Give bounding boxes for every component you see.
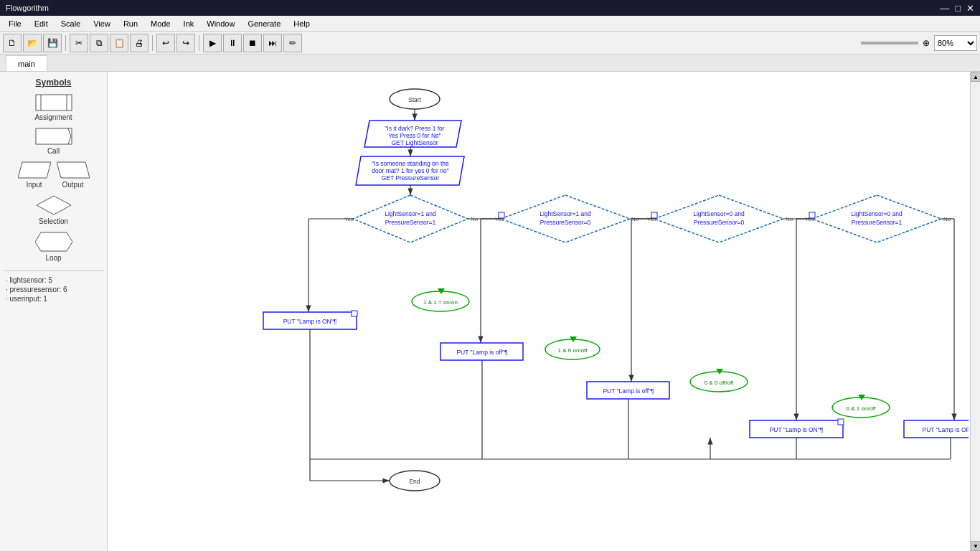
input2-text1: "Is someone standing on the: [372, 160, 449, 167]
start-label: Start: [408, 96, 422, 103]
symbol-loop[interactable]: Loop: [3, 231, 104, 262]
menu-window[interactable]: Window: [201, 18, 240, 29]
input-output-row: Input Output: [3, 161, 104, 189]
menu-bar: File Edit Scale View Run Mode Ink Window…: [0, 16, 980, 32]
dec4-text1: LightSensor=0 and: [851, 210, 903, 217]
input1-text3: GET LightSensor: [391, 139, 438, 146]
svg-rect-13: [651, 212, 657, 218]
save-button[interactable]: 💾: [43, 34, 62, 52]
loop-shape: [35, 231, 72, 253]
symbol-call[interactable]: Call: [3, 127, 104, 155]
tab-main[interactable]: main: [6, 55, 47, 71]
new-button[interactable]: 🗋: [3, 34, 22, 52]
step-button[interactable]: ⏭: [263, 34, 282, 52]
selection-shape: [35, 194, 72, 216]
input2-text3: GET PressureSensor: [382, 174, 440, 182]
menu-ink[interactable]: Ink: [178, 18, 200, 29]
loop-label: Loop: [45, 254, 61, 262]
output1-text: PUT "Lamp is ON"¶: [283, 318, 337, 325]
zoom-slider[interactable]: [861, 42, 918, 44]
variables-panel: · lightsensor: 5 · pressuresensor: 6 · u…: [3, 270, 104, 303]
scroll-track: [971, 82, 980, 541]
main-layout: Symbols Assignment Call Inpu: [0, 72, 980, 551]
assignment-shape: [35, 93, 72, 112]
symbol-input[interactable]: Input: [18, 161, 51, 189]
zoom-select[interactable]: 80% 50% 60% 70% 90% 100%: [934, 35, 977, 51]
stop-button[interactable]: ⏹: [243, 34, 262, 52]
selection-label: Selection: [39, 217, 68, 225]
input-label: Input: [26, 181, 42, 189]
menu-file[interactable]: File: [3, 18, 27, 29]
var-userinput: · userinput: 1: [3, 294, 104, 303]
canvas-area[interactable]: Start "Is it dark? Press 1 for Yes Press…: [108, 72, 970, 551]
ellipse4-text: 0 & 1 on/off: [847, 405, 877, 412]
svg-rect-14: [809, 212, 815, 218]
input1-text2: Yes Press 0 for No": [388, 132, 441, 139]
highlight-button[interactable]: ✏: [283, 34, 302, 52]
right-scrollbar[interactable]: ▲ ▼: [970, 72, 980, 551]
menu-help[interactable]: Help: [288, 18, 316, 29]
output-shape: [57, 161, 90, 179]
maximize-button[interactable]: □: [955, 3, 961, 14]
output5-text: PUT "Lamp is OFF"¶: [923, 426, 969, 433]
scroll-down-btn[interactable]: ▼: [971, 541, 980, 551]
sep3: [199, 35, 199, 51]
toolbar: 🗋 📂 💾 ✂ ⧉ 📋 🖨 ↩ ↪ ▶ ⏸ ⏹ ⏭ ✏ ⊕ 80% 50% 60…: [0, 32, 980, 55]
svg-marker-4: [18, 162, 51, 178]
dec3-text2: PressureSensor=0: [694, 219, 745, 226]
zoom-icon: ⊕: [923, 38, 930, 48]
sep1: [65, 35, 66, 51]
menu-generate[interactable]: Generate: [242, 18, 286, 29]
output3-text: PUT "Lamp is off"¶: [603, 387, 654, 395]
pause-button[interactable]: ⏸: [223, 34, 242, 52]
minimize-button[interactable]: —: [940, 3, 949, 14]
title-text: Flowgorithm: [6, 4, 49, 12]
symbol-assignment[interactable]: Assignment: [3, 93, 104, 121]
play-button[interactable]: ▶: [203, 34, 222, 52]
svg-marker-5: [57, 162, 90, 178]
ellipse1-text: 1 & 1 = on/on: [423, 299, 458, 306]
call-label: Call: [47, 147, 60, 155]
input-shape: [18, 161, 51, 179]
menu-view[interactable]: View: [88, 18, 116, 29]
cut-button[interactable]: ✂: [70, 34, 88, 52]
menu-mode[interactable]: Mode: [145, 18, 176, 29]
scroll-up-btn[interactable]: ▲: [971, 72, 980, 82]
assignment-label: Assignment: [34, 113, 72, 121]
menu-edit[interactable]: Edit: [29, 18, 54, 29]
svg-rect-11: [352, 311, 357, 316]
print-button[interactable]: 🖨: [130, 34, 149, 52]
menu-scale[interactable]: Scale: [55, 18, 87, 29]
symbol-output[interactable]: Output: [57, 161, 90, 189]
redo-button[interactable]: ↪: [176, 34, 195, 52]
var-lightsensor: · lightsensor: 5: [3, 276, 104, 285]
open-button[interactable]: 📂: [23, 34, 42, 52]
sep2: [152, 35, 153, 51]
dec1-text2: PressureSensor=1: [385, 219, 436, 226]
flowchart: Start "Is it dark? Press 1 for Yes Press…: [108, 72, 969, 545]
svg-marker-6: [37, 196, 71, 215]
svg-rect-15: [838, 419, 844, 425]
svg-marker-7: [35, 232, 72, 251]
sidebar: Symbols Assignment Call Inpu: [0, 72, 108, 551]
dec3-text1: LightSensor=0 and: [693, 210, 745, 217]
undo-button[interactable]: ↩: [156, 34, 175, 52]
output2-text: PUT "Lamp is off"¶: [456, 349, 508, 356]
input1-text1: "Is it dark? Press 1 for: [385, 125, 444, 132]
dec4-text2: PressureSensor=1: [852, 219, 903, 226]
call-shape: [35, 127, 72, 146]
output-label: Output: [62, 181, 83, 189]
copy-button[interactable]: ⧉: [90, 34, 108, 52]
output4-text: PUT "Lamp is ON"¶: [770, 426, 824, 433]
paste-button[interactable]: 📋: [110, 34, 128, 52]
svg-rect-3: [36, 128, 72, 144]
title-bar: Flowgorithm — □ ✕: [0, 0, 980, 16]
svg-rect-12: [499, 212, 504, 218]
menu-run[interactable]: Run: [118, 18, 143, 29]
close-button[interactable]: ✕: [966, 3, 974, 14]
end-label: End: [409, 478, 420, 485]
ellipse2-text: 1 & 0 on/off: [558, 347, 588, 354]
sidebar-title: Symbols: [3, 77, 104, 88]
tab-bar: main: [0, 55, 980, 72]
symbol-selection[interactable]: Selection: [3, 194, 104, 225]
